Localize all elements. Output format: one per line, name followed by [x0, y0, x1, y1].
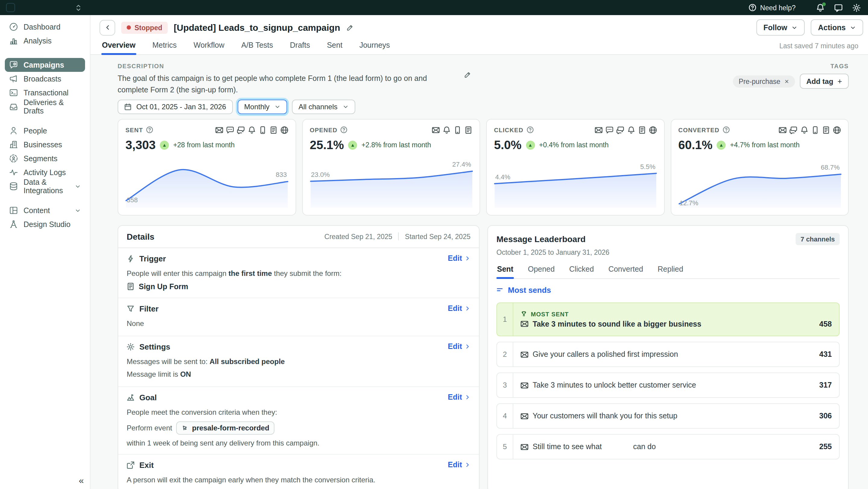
help-icon[interactable] — [341, 126, 348, 134]
follow-button[interactable]: Follow — [756, 19, 805, 36]
help-icon[interactable] — [146, 126, 153, 134]
date-range-picker[interactable]: Oct 01, 2025 - Jan 31, 2026 — [118, 99, 233, 114]
sidebar-item-businesses[interactable]: Businesses — [5, 138, 85, 151]
trend-up-icon: ▲ — [348, 140, 357, 149]
metric-label: CONVERTED — [678, 126, 719, 133]
actions-button[interactable]: Actions — [811, 19, 863, 36]
tab-journeys[interactable]: Journeys — [359, 38, 390, 54]
chart-end-label: 27.4% — [453, 161, 471, 168]
tag-pill[interactable]: Pre-purchase× — [733, 75, 795, 87]
sidebar-item-design-studio[interactable]: Design Studio — [5, 217, 85, 231]
sidebar-item-deliveries-drafts[interactable]: Deliveries & Drafts — [5, 99, 85, 114]
tab-sent[interactable]: Sent — [326, 38, 343, 54]
channel-select[interactable]: All channels — [292, 99, 355, 114]
sidebar-item-people[interactable]: People — [5, 124, 85, 138]
form-channel-icon — [638, 126, 646, 134]
tab-workflow[interactable]: Workflow — [193, 38, 225, 54]
channels-badge: 7 channels — [796, 233, 840, 245]
form-channel-icon — [822, 126, 830, 134]
leaderboard-row-5[interactable]: 5Still time to see whatcan do255 — [496, 434, 840, 459]
sidebar-item-broadcasts[interactable]: Broadcasts — [5, 72, 85, 86]
messages-icon[interactable] — [834, 3, 843, 12]
leaderboard-row-3[interactable]: 3Take 3 minutes to unlock better custome… — [496, 373, 840, 398]
form-icon — [127, 283, 134, 290]
metric-card-sent[interactable]: SENT 3,303 ▲ +28 from last month 358833 — [118, 119, 296, 215]
edit-settings-link[interactable]: Edit — [448, 342, 470, 351]
help-icon[interactable] — [526, 126, 533, 134]
email-icon — [521, 412, 528, 420]
main-tabs: OverviewMetricsWorkflowA/B TestsDraftsSe… — [91, 38, 868, 55]
form-name-link[interactable]: Sign Up Form — [139, 282, 188, 291]
edit-exit-link[interactable]: Edit — [448, 461, 470, 469]
sent-sparkline: 358833 — [125, 159, 288, 207]
tab-metrics[interactable]: Metrics — [152, 38, 177, 54]
app-logo[interactable] — [6, 3, 15, 12]
sort-most-sends-link[interactable]: Most sends — [496, 285, 551, 294]
message-title: Take 3 minutes to unlock better customer… — [533, 381, 696, 390]
edit-description-icon[interactable] — [464, 71, 471, 79]
notifications-button[interactable] — [816, 3, 825, 12]
trans-icon — [9, 88, 18, 97]
sidebar-item-segments[interactable]: Segments — [5, 151, 85, 165]
sidebar-item-label: Businesses — [24, 140, 62, 149]
web-channel-icon — [649, 126, 657, 134]
chart-start-label: 12.7% — [680, 199, 698, 206]
settings-gear-icon[interactable] — [852, 3, 861, 12]
metric-card-converted[interactable]: CONVERTED 60.1% ▲ +4.7% from last month … — [671, 119, 849, 215]
help-icon[interactable] — [722, 126, 730, 134]
metric-card-opened[interactable]: OPENED 25.1% ▲ +2.8% from last month 23.… — [302, 119, 480, 215]
edit-title-icon[interactable] — [346, 24, 353, 31]
tab-a-b-tests[interactable]: A/B Tests — [241, 38, 274, 54]
analysis-icon — [9, 36, 18, 45]
leaderboard-row-2[interactable]: 2Give your callers a polished first impr… — [496, 342, 840, 367]
edit-goal-link[interactable]: Edit — [448, 393, 470, 401]
act-icon — [9, 168, 18, 177]
leaderboard-tabs: SentOpenedClickedConvertedReplied — [496, 262, 840, 279]
workspace-switcher-icon[interactable] — [75, 4, 82, 11]
mobile-channel-icon — [454, 126, 461, 134]
leaderboard-tab-opened[interactable]: Opened — [527, 262, 555, 278]
collapse-sidebar-button[interactable]: « — [79, 475, 84, 485]
email-icon — [521, 320, 528, 328]
trend-up-icon: ▲ — [160, 140, 169, 149]
tab-drafts[interactable]: Drafts — [289, 38, 311, 54]
event-chip[interactable]: presale-form-recorded — [177, 421, 275, 434]
sidebar-item-transactional[interactable]: Transactional — [5, 86, 85, 99]
metric-delta: +28 from last month — [173, 141, 235, 148]
sidebar-item-campaigns[interactable]: Campaigns — [5, 58, 85, 72]
opened-sparkline: 23.0%27.4% — [310, 159, 472, 207]
need-help-button[interactable]: Need help? — [749, 4, 796, 11]
metric-card-clicked[interactable]: CLICKED 5.0% ▲ +0.4% from last month 4.4… — [486, 119, 664, 215]
metric-delta: +4.7% from last month — [730, 141, 800, 148]
sidebar-item-analysis[interactable]: Analysis — [5, 34, 85, 48]
remove-tag-icon[interactable]: × — [784, 78, 789, 85]
row-rank: 5 — [497, 435, 513, 459]
sidebar-item-label: Transactional — [24, 88, 68, 97]
leaderboard-tab-sent[interactable]: Sent — [496, 262, 514, 278]
page-title: [Updated] Leads_to_signup_campaign — [174, 22, 340, 33]
back-button[interactable] — [99, 20, 115, 35]
edit-trigger-link[interactable]: Edit — [448, 254, 470, 263]
sidebar-item-content[interactable]: Content — [5, 203, 85, 217]
tags-label: TAGS — [831, 63, 849, 69]
email-channel-icon — [215, 126, 223, 134]
chevron-right-icon — [464, 394, 470, 400]
leaderboard-row-4[interactable]: 4Your customers will thank you for this … — [496, 403, 840, 429]
message-title: Still time to see what — [533, 442, 602, 451]
trophy-icon — [521, 311, 527, 317]
sidebar-item-activity-logs[interactable]: Activity Logs — [5, 165, 85, 179]
leaderboard-row-1[interactable]: 1MOST SENTTake 3 minutes to sound like a… — [496, 303, 840, 336]
leaderboard-tab-converted[interactable]: Converted — [608, 262, 644, 278]
sidebar-item-dashboard[interactable]: Dashboard — [5, 20, 85, 34]
granularity-select[interactable]: Monthly — [238, 99, 287, 114]
add-tag-button[interactable]: Add tag+ — [800, 74, 849, 89]
metric-label: OPENED — [310, 126, 338, 133]
sidebar-item-data-integrations[interactable]: Data & Integrations — [5, 179, 85, 193]
leaderboard-tab-clicked[interactable]: Clicked — [568, 262, 594, 278]
description-text: The goal of this campaign is to get peop… — [118, 73, 456, 96]
chevron-down-icon — [275, 104, 280, 110]
leaderboard-tab-replied[interactable]: Replied — [657, 262, 684, 278]
lightning-icon — [127, 255, 134, 262]
edit-filter-link[interactable]: Edit — [448, 304, 470, 313]
tab-overview[interactable]: Overview — [101, 38, 136, 54]
